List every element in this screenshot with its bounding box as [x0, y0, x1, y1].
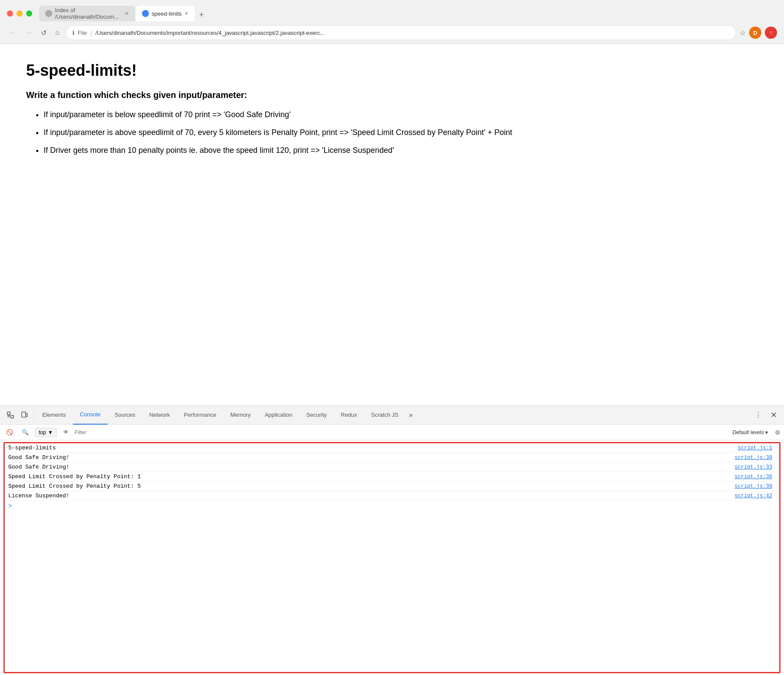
address-bar: ← → ↺ ⌂ ℹ File | /Users/dinanath/Documen… — [0, 23, 784, 44]
console-link-5[interactable]: script.js:42 — [735, 493, 776, 499]
browser-chrome: Index of /Users/dinanath/Docum... ✕ spee… — [0, 0, 784, 44]
element-picker-icon — [7, 412, 14, 418]
bullet-list: If input/parameter is below speedlimit o… — [26, 109, 758, 156]
tab-elements[interactable]: Elements — [35, 405, 73, 425]
bookmark-button[interactable]: ☆ — [740, 29, 746, 37]
settings-btn[interactable]: ⚙ — [775, 429, 781, 436]
more-tabs-btn[interactable]: » — [406, 408, 416, 422]
toolbar-separator — [33, 411, 34, 419]
console-link-1[interactable]: script.js:30 — [735, 455, 776, 461]
element-picker-btn[interactable] — [3, 408, 17, 422]
tab-network[interactable]: Network — [142, 405, 177, 425]
console-link-2[interactable]: script.js:33 — [735, 464, 776, 470]
console-row-3: Speed Limit Crossed by Penalty Point: 1 … — [5, 472, 779, 482]
close-window-btn[interactable] — [7, 10, 13, 17]
new-tab-button[interactable]: + — [196, 9, 207, 21]
address-url: /Users/dinanath/Documents/important/reso… — [95, 30, 730, 36]
tab-redux[interactable]: Redux — [334, 405, 364, 425]
context-arrow: ▼ — [48, 429, 53, 435]
address-actions: ☆ D ↑ — [740, 27, 777, 39]
svg-rect-5 — [26, 413, 27, 417]
console-input[interactable] — [15, 503, 776, 510]
page-content: 5-speed-limits! Write a function which c… — [0, 44, 784, 288]
title-bar: Index of /Users/dinanath/Docum... ✕ spee… — [0, 0, 784, 23]
tab-1[interactable]: Index of /Users/dinanath/Docum... ✕ — [39, 6, 135, 21]
tab-console[interactable]: Console — [73, 405, 108, 425]
svg-rect-1 — [11, 415, 14, 418]
tab-application[interactable]: Application — [258, 405, 300, 425]
default-levels-selector[interactable]: Default levels ▾ — [729, 428, 771, 437]
tab-2-close[interactable]: ✕ — [184, 10, 189, 17]
prompt-arrow: > — [8, 503, 12, 510]
console-prompt: > — [5, 501, 779, 511]
tab-2[interactable]: speed-limits ✕ — [136, 6, 195, 21]
devtools-panel: Elements Console Sources Network Perform… — [0, 405, 784, 675]
tab-1-close[interactable]: ✕ — [125, 10, 129, 17]
context-label: top — [39, 429, 46, 435]
tab-2-label: speed-limits — [152, 10, 182, 17]
tab-scratch[interactable]: Scratch JS — [364, 405, 406, 425]
devtools-close-btn[interactable]: ✕ — [767, 407, 781, 423]
device-toolbar-icon — [21, 412, 28, 418]
window-controls — [7, 10, 32, 17]
bullet-item-2: If input/parameter is above speedlimit o… — [44, 127, 758, 138]
tab-bar: Index of /Users/dinanath/Docum... ✕ spee… — [39, 6, 777, 21]
svg-rect-4 — [22, 412, 26, 417]
console-row-4: Speed Limit Crossed by Penalty Point: 5 … — [5, 482, 779, 491]
eye-icon-btn[interactable]: 👁 — [61, 427, 71, 437]
console-msg-0: 5-speed-limits — [8, 445, 738, 451]
console-output-wrapper: 5-speed-limits script.js:1 Good Safe Dri… — [3, 442, 781, 673]
tab-1-icon — [45, 10, 52, 17]
console-link-3[interactable]: script.js:36 — [735, 474, 776, 480]
page-title: 5-speed-limits! — [26, 61, 758, 80]
console-output: 5-speed-limits script.js:1 Good Safe Dri… — [5, 443, 779, 672]
tab-1-label: Index of /Users/dinanath/Docum... — [55, 7, 122, 20]
bullet-item-3: If Driver gets more than 10 penalty poin… — [44, 145, 758, 156]
home-button[interactable]: ⌂ — [53, 27, 62, 38]
tab-memory[interactable]: Memory — [223, 405, 258, 425]
context-selector[interactable]: top ▼ — [35, 428, 57, 437]
minimize-window-btn[interactable] — [17, 10, 23, 17]
tab-sources[interactable]: Sources — [108, 405, 142, 425]
console-msg-4: Speed Limit Crossed by Penalty Point: 5 — [8, 483, 735, 489]
upload-button[interactable]: ↑ — [765, 27, 777, 39]
tab-2-icon — [142, 10, 149, 17]
clear-console-btn[interactable]: 🚫 — [3, 427, 16, 437]
user-avatar[interactable]: D — [749, 27, 761, 39]
filter-icon-btn[interactable]: 🔍 — [19, 427, 31, 437]
protocol-label: File — [78, 30, 87, 36]
console-row-0: 5-speed-limits script.js:1 — [5, 443, 779, 453]
console-msg-1: Good Safe Driving! — [8, 454, 735, 461]
forward-button[interactable]: → — [23, 27, 35, 38]
tab-performance[interactable]: Performance — [177, 405, 223, 425]
console-msg-3: Speed Limit Crossed by Penalty Point: 1 — [8, 473, 735, 480]
page-subtitle: Write a function which checks given inpu… — [26, 90, 758, 100]
bullet-item-1: If input/parameter is below speedlimit o… — [44, 109, 758, 121]
console-link-0[interactable]: script.js:1 — [738, 445, 776, 451]
address-separator: | — [91, 30, 92, 36]
console-row-1: Good Safe Driving! script.js:30 — [5, 453, 779, 462]
devtools-toolbar: Elements Console Sources Network Perform… — [0, 405, 784, 425]
devtools-menu-btn[interactable]: ⋮ — [751, 407, 765, 422]
tab-security[interactable]: Security — [299, 405, 334, 425]
console-msg-5: License Suspended! — [8, 493, 735, 499]
reload-button[interactable]: ↺ — [38, 27, 49, 39]
console-toolbar: 🚫 🔍 top ▼ 👁 Default levels ▾ ⚙ — [0, 425, 784, 440]
address-field[interactable]: ℹ File | /Users/dinanath/Documents/impor… — [66, 25, 736, 40]
filter-input[interactable] — [75, 429, 726, 435]
info-icon: ℹ — [72, 30, 74, 36]
console-msg-2: Good Safe Driving! — [8, 464, 735, 470]
back-button[interactable]: ← — [7, 27, 19, 38]
svg-rect-0 — [7, 412, 10, 415]
maximize-window-btn[interactable] — [26, 10, 32, 17]
device-toolbar-btn[interactable] — [17, 408, 31, 422]
console-row-2: Good Safe Driving! script.js:33 — [5, 462, 779, 472]
console-row-5: License Suspended! script.js:42 — [5, 491, 779, 501]
console-link-4[interactable]: script.js:39 — [735, 483, 776, 489]
